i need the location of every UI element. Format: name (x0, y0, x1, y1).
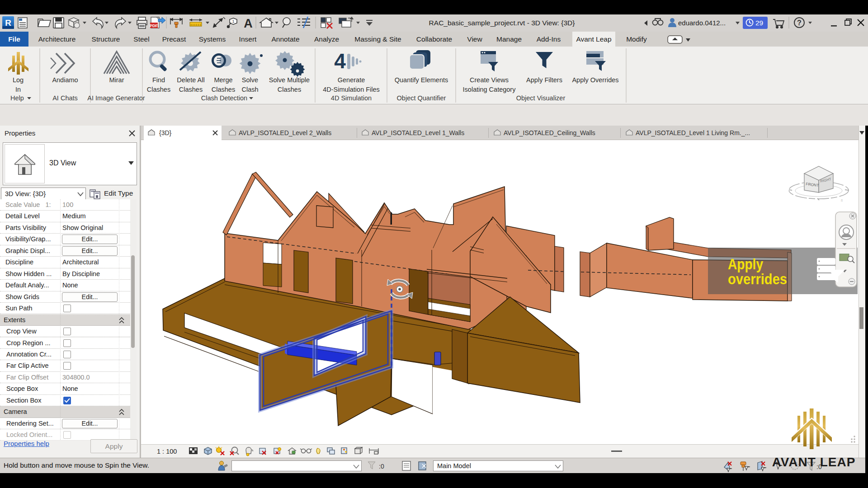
svg-text:Clashes: Clashes (179, 86, 203, 93)
svg-text:4D-Simulation Files: 4D-Simulation Files (323, 86, 380, 93)
svg-text:PDF: PDF (150, 23, 158, 28)
svg-text:Solve: Solve (242, 76, 258, 84)
svg-text:In: In (15, 86, 21, 93)
svg-text:Mirar: Mirar (109, 76, 124, 84)
svg-text:overrides: overrides (728, 270, 787, 287)
svg-text:R: R (5, 18, 11, 28)
svg-text:Isolating Category: Isolating Category (463, 86, 516, 93)
svg-text:Clashes: Clashes (212, 86, 235, 93)
svg-text:Apply Filters: Apply Filters (526, 76, 562, 84)
svg-text::0: :0 (379, 463, 384, 470)
svg-text:Clash: Clash (241, 86, 258, 93)
svg-text:4: 4 (334, 49, 346, 73)
svg-text:eduardo.0412...: eduardo.0412... (678, 19, 726, 27)
svg-text:4D Simulation: 4D Simulation (331, 94, 372, 102)
svg-text:AI Image Generator: AI Image Generator (87, 94, 145, 102)
svg-text:Create Views: Create Views (470, 76, 509, 84)
svg-text:Delete All: Delete All (177, 76, 204, 84)
svg-text:AI Chats: AI Chats (52, 94, 78, 102)
svg-text:A: A (244, 17, 253, 30)
svg-text:29: 29 (755, 19, 763, 27)
svg-text:AVANT LEAP: AVANT LEAP (772, 455, 856, 469)
svg-text:Help: Help (10, 94, 24, 102)
svg-text:Clash Detection: Clash Detection (201, 94, 247, 102)
svg-text:Object Visualizer: Object Visualizer (516, 94, 566, 102)
svg-text:Find: Find (152, 76, 165, 84)
svg-text:1: 1 (232, 19, 234, 23)
svg-text:Generate: Generate (338, 76, 365, 84)
svg-text:Clashes: Clashes (278, 86, 301, 93)
svg-text:Clashes: Clashes (147, 86, 170, 93)
svg-text:RAC_basic_sample_project.rvt -: RAC_basic_sample_project.rvt - 3D View: … (429, 19, 575, 27)
svg-text:S: S (840, 198, 844, 202)
svg-text:Merge: Merge (214, 76, 232, 84)
svg-text:?: ? (797, 19, 802, 27)
svg-text:Andiamo: Andiamo (52, 76, 78, 84)
svg-text:Object Quantifier: Object Quantifier (397, 94, 446, 102)
svg-text:Solve Multiple: Solve Multiple (269, 76, 310, 84)
svg-text:Apply Overrides: Apply Overrides (572, 76, 618, 84)
svg-text:1 : 100: 1 : 100 (157, 448, 177, 455)
svg-text:Quantify Elements: Quantify Elements (395, 76, 448, 84)
svg-text:Log: Log (13, 76, 24, 84)
